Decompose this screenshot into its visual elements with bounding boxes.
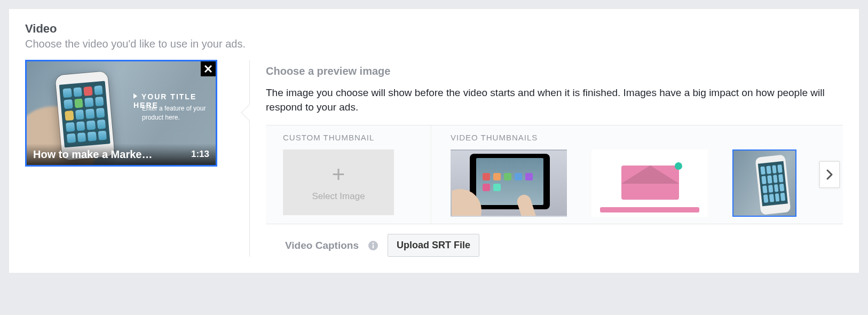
preview-description: The image you choose will show before th… xyxy=(266,86,826,114)
video-thumbnail-2[interactable] xyxy=(591,149,708,217)
info-icon[interactable] xyxy=(368,241,378,250)
video-thumbnails-column: VIDEO THUMBNAILS xyxy=(431,125,843,224)
preview-column: Choose a preview image The image you cho… xyxy=(250,60,843,257)
svg-rect-2 xyxy=(373,245,374,248)
selected-video-column: YOUR TITLE HERE Enter a feature of your … xyxy=(25,60,249,167)
captions-row: Video Captions Upload SRT File xyxy=(266,224,843,257)
video-section-panel: Video Choose the video you'd like to use… xyxy=(9,9,859,273)
video-thumbnails-label: VIDEO THUMBNAILS xyxy=(451,133,832,142)
content-row: YOUR TITLE HERE Enter a feature of your … xyxy=(25,60,843,257)
custom-thumbnail-column: CUSTOM THUMBNAIL + Select Image xyxy=(266,125,431,224)
close-icon xyxy=(204,65,212,73)
plus-icon: + xyxy=(332,163,345,186)
thumbnail-strip: CUSTOM THUMBNAIL + Select Image VIDEO TH… xyxy=(266,125,843,224)
video-title: How to make a Marke… xyxy=(33,148,152,161)
video-thumbnails-row xyxy=(451,149,832,217)
preview-heading: Choose a preview image xyxy=(266,65,843,77)
video-info-bar: How to make a Marke… 1:13 xyxy=(27,144,216,165)
selected-video-thumbnail[interactable]: YOUR TITLE HERE Enter a feature of your … xyxy=(25,60,217,167)
remove-video-button[interactable] xyxy=(201,61,216,76)
video-overlay-subtitle: Enter a feature of your product here. xyxy=(142,104,206,122)
chevron-right-icon xyxy=(826,169,833,180)
next-thumbnails-button[interactable] xyxy=(819,161,840,188)
custom-thumbnail-label: CUSTOM THUMBNAIL xyxy=(283,133,420,142)
captions-label: Video Captions xyxy=(285,240,359,251)
upload-srt-button[interactable]: Upload SRT File xyxy=(388,234,479,257)
video-duration: 1:13 xyxy=(191,149,209,160)
select-image-label: Select Image xyxy=(312,191,365,202)
select-image-button[interactable]: + Select Image xyxy=(283,149,394,215)
video-thumbnail-3[interactable] xyxy=(732,149,796,217)
section-subtitle: Choose the video you'd like to use in yo… xyxy=(25,38,843,50)
svg-point-1 xyxy=(372,242,374,244)
section-title: Video xyxy=(25,22,843,36)
video-thumbnail-1[interactable] xyxy=(451,149,567,217)
